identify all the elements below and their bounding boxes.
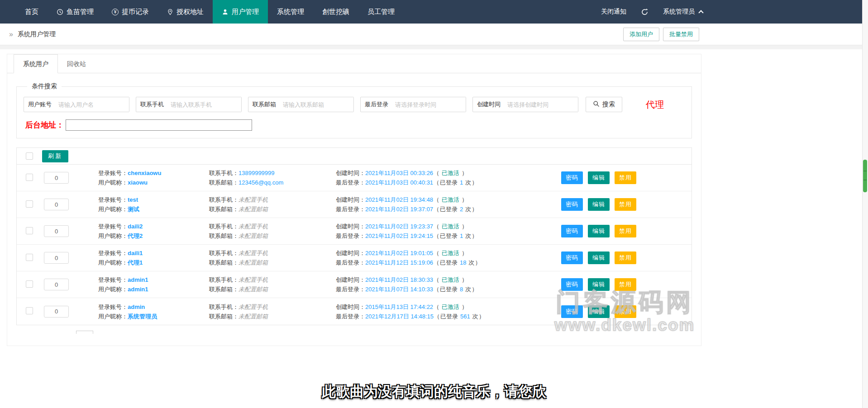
- row-order-input[interactable]: [44, 225, 69, 237]
- phone-input[interactable]: [168, 97, 241, 112]
- pagination-fragment[interactable]: [76, 331, 93, 334]
- row-account-link[interactable]: admin: [128, 302, 145, 312]
- nav-item-authorized-address[interactable]: 授权地址: [158, 0, 213, 24]
- phone-label: 联系手机：: [209, 222, 238, 231]
- last-login-input[interactable]: [392, 97, 466, 112]
- add-user-button[interactable]: 添加用户: [623, 28, 659, 41]
- row-email-value: 未配置邮箱: [238, 204, 268, 214]
- nickname-label: 用户昵称：: [98, 285, 128, 294]
- row-nickname-link[interactable]: xiaowu: [128, 178, 148, 187]
- nickname-label: 用户昵称：: [98, 231, 128, 241]
- video-subtitle: 此歌曲为没有填词的纯音乐，请您欣: [322, 382, 546, 401]
- batch-disable-button[interactable]: 批量禁用: [663, 28, 699, 41]
- nav-item-user-management[interactable]: 用户管理: [213, 0, 268, 24]
- row-email-value: 未配置邮箱: [238, 231, 268, 241]
- nav-item-home[interactable]: 首页: [16, 0, 48, 24]
- password-button[interactable]: 密码: [561, 171, 583, 184]
- row-activated-status: 已激活: [442, 275, 459, 285]
- admin-dropdown[interactable]: 系统管理员: [663, 8, 703, 16]
- row-login-count: 8: [460, 285, 463, 294]
- close-notification-link[interactable]: 关闭通知: [601, 8, 626, 16]
- page-title: 系统用户管理: [18, 30, 56, 38]
- disable-button[interactable]: 禁用: [615, 305, 636, 318]
- row-order-input[interactable]: [44, 306, 69, 318]
- password-button[interactable]: 密码: [561, 278, 583, 291]
- edit-button[interactable]: 编辑: [588, 198, 610, 211]
- row-nickname-link[interactable]: 测试: [128, 204, 139, 214]
- row-nickname-link[interactable]: 代理2: [128, 231, 143, 241]
- row-last-login-value: 2021年11月02日 19:24:15: [365, 231, 433, 241]
- created-label: 创建时间：: [336, 168, 365, 178]
- row-account-link[interactable]: admin1: [128, 275, 148, 285]
- backend-address-input[interactable]: [66, 119, 252, 131]
- row-created-value: 2021年11月02日 19:01:05: [365, 248, 433, 258]
- disable-button[interactable]: 禁用: [615, 278, 636, 291]
- edit-button[interactable]: 编辑: [588, 171, 610, 184]
- row-account-link[interactable]: daili1: [128, 248, 143, 258]
- row-phone-value: 未配置手机: [238, 275, 268, 285]
- created-label: 创建时间：: [336, 195, 365, 204]
- disable-button[interactable]: 禁用: [615, 171, 636, 184]
- password-button[interactable]: 密码: [561, 198, 583, 211]
- search-row: 用户账号 联系手机 联系邮箱 最后登录 创建时间: [24, 97, 685, 112]
- email-label: 联系邮箱：: [209, 204, 238, 214]
- row-checkbox[interactable]: [26, 254, 33, 261]
- created-label: 创建时间：: [336, 222, 365, 231]
- email-label: 联系邮箱：: [209, 312, 238, 321]
- row-checkbox[interactable]: [26, 307, 33, 314]
- email-input[interactable]: [280, 97, 353, 112]
- account-input[interactable]: [56, 97, 129, 112]
- disable-button[interactable]: 禁用: [615, 225, 636, 237]
- edit-button[interactable]: 编辑: [588, 305, 610, 318]
- field-label: 用户账号: [24, 97, 56, 112]
- row-checkbox[interactable]: [26, 280, 33, 288]
- row-checkbox[interactable]: [26, 200, 33, 208]
- refresh-button[interactable]: 刷新: [42, 150, 68, 162]
- password-button[interactable]: 密码: [561, 225, 583, 237]
- row-account-link[interactable]: daili2: [128, 222, 143, 231]
- row-phone-value: 13899999999: [238, 168, 275, 178]
- nav-item-genesis-mining[interactable]: 創世挖礦: [313, 0, 358, 24]
- row-order-input[interactable]: [44, 279, 69, 290]
- row-nickname-link[interactable]: 系统管理员: [128, 312, 157, 321]
- refresh-icon[interactable]: [641, 8, 649, 16]
- row-account-link[interactable]: chenxiaowu: [128, 168, 161, 178]
- row-nickname-link[interactable]: admin1: [128, 285, 148, 294]
- select-all-checkbox[interactable]: [26, 152, 33, 160]
- row-order-input[interactable]: [44, 172, 69, 184]
- agent-label: 代理: [646, 99, 664, 111]
- divider-band: [0, 45, 868, 49]
- password-button[interactable]: 密码: [561, 305, 583, 318]
- edit-button[interactable]: 编辑: [588, 251, 610, 264]
- row-order-input[interactable]: [44, 252, 69, 264]
- disable-button[interactable]: 禁用: [615, 251, 636, 264]
- vertical-scrollbar[interactable]: [862, 0, 868, 408]
- row-order-input[interactable]: [44, 199, 69, 210]
- row-account-link[interactable]: test: [128, 195, 138, 204]
- nav-item-staff-management[interactable]: 员工管理: [358, 0, 404, 24]
- nav-item-fry-management[interactable]: 鱼苗管理: [48, 0, 103, 24]
- last-login-label: 最后登录：: [336, 312, 365, 321]
- tab-system-users[interactable]: 系统用户: [14, 54, 58, 73]
- search-field-last-login: 最后登录: [360, 97, 466, 112]
- last-login-label: 最后登录：: [336, 178, 365, 187]
- table-row: 登录账号： chenxiaowu 用户昵称： xiaowu 联系手机： 1389…: [17, 165, 692, 191]
- row-login-count: 18: [460, 258, 466, 267]
- nav-item-withdraw-records[interactable]: ¥ 提币记录: [103, 0, 158, 24]
- search-button[interactable]: 搜索: [586, 97, 622, 112]
- nav-item-system-management[interactable]: 系统管理: [268, 0, 313, 24]
- row-activated-status: 已激活: [442, 248, 459, 258]
- row-checkbox[interactable]: [26, 174, 33, 181]
- created-time-input[interactable]: [505, 97, 578, 112]
- backend-address-row: 后台地址：: [24, 119, 685, 131]
- scrollbar-thumb[interactable]: [863, 160, 867, 192]
- disable-button[interactable]: 禁用: [615, 198, 636, 211]
- edit-button[interactable]: 编辑: [588, 278, 610, 291]
- row-nickname-link[interactable]: 代理1: [128, 258, 143, 267]
- nickname-label: 用户昵称：: [98, 258, 128, 267]
- field-label: 最后登录: [361, 97, 392, 112]
- password-button[interactable]: 密码: [561, 251, 583, 264]
- row-checkbox[interactable]: [26, 227, 33, 234]
- tab-recycle-bin[interactable]: 回收站: [58, 55, 95, 73]
- edit-button[interactable]: 编辑: [588, 225, 610, 237]
